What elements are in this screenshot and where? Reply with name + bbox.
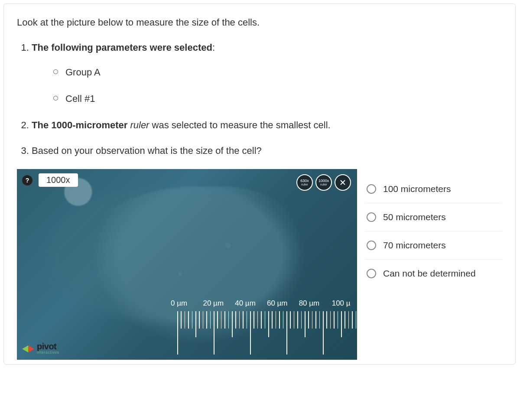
close-ruler-button[interactable] [335,174,351,191]
overlay-top-right: 630x ruler 1000x ruler [296,174,351,191]
question-card: Look at the picture below to measure the… [3,3,516,365]
radio-icon [367,269,376,278]
magnification-label: 1000x [39,173,78,187]
step-2: The 1000-micrometer ruler was selected t… [32,118,502,132]
steps-list: The following parameters were selected: … [17,40,502,158]
answer-option-50[interactable]: 50 micrometers [365,203,502,231]
close-icon [340,179,346,186]
step2-bold: The 1000-micrometer [32,120,130,130]
sub-item-group: Group A [53,65,502,79]
step-1: The following parameters were selected: … [32,40,502,106]
answer-label: 100 micrometers [383,184,451,194]
intro-text: Look at the picture below to measure the… [17,17,502,28]
step-1-bold: The following parameters were selected [32,42,212,53]
ruler-labels: 0 µm 20 µm 40 µm 60 µm 80 µm 100 µ [171,299,357,308]
step-3: Based on your observation what is the si… [32,143,502,158]
ruler-630x-button[interactable]: 630x ruler [296,174,313,191]
help-button[interactable]: ? [22,175,32,186]
answer-option-70[interactable]: 70 micrometers [365,231,502,260]
ruler-1000x-button[interactable]: 1000x ruler [315,174,332,191]
answer-option-undetermined[interactable]: Can not be determined [365,260,502,287]
answer-label: 70 micrometers [383,240,446,251]
radio-icon [367,184,376,194]
radio-icon [367,212,376,222]
answer-label: 50 micrometers [383,212,446,222]
media-row: ? 1000x 630x ruler 1000x ruler [17,169,502,360]
answer-list: 100 micrometers 50 micrometers 70 microm… [357,169,502,360]
sub-item-cell: Cell #1 [53,91,502,106]
overlay-top-left: ? 1000x [22,173,78,187]
pivot-logo: pivot interactives [22,342,59,355]
step-1-sublist: Group A Cell #1 [32,65,502,106]
radio-icon [367,241,376,250]
step2-rest: was selected to measure the smallest cel… [149,120,330,130]
ruler-ticks [177,311,357,359]
step2-italic: ruler [130,120,149,130]
microscope-view: ? 1000x 630x ruler 1000x ruler [17,169,357,360]
answer-label: Can not be determined [383,268,476,279]
ruler-overlay[interactable]: 0 µm 20 µm 40 µm 60 µm 80 µm 100 µ [171,299,357,360]
answer-option-100[interactable]: 100 micrometers [365,169,502,203]
pivot-mark-icon [22,344,34,353]
